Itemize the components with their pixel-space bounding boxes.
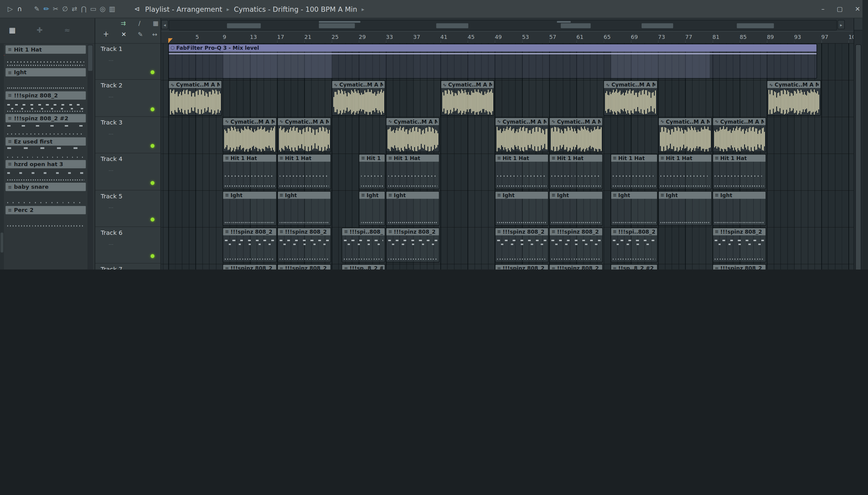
- pattern-clip[interactable]: ≡!!sp..8_2 #2: [610, 264, 657, 270]
- cut-tool-icon[interactable]: ✂: [51, 5, 60, 13]
- timeline-ruler[interactable]: 5913172125293337414549535761656973778185…: [161, 31, 853, 44]
- pattern-clip[interactable]: ≡Ight: [359, 191, 385, 226]
- multi-select-icon[interactable]: ⇉: [121, 20, 126, 27]
- audio-clip[interactable]: ∿Cymatic..M A Min: [495, 117, 549, 152]
- pattern-item[interactable]: ≡Hit 1 Hat: [5, 46, 86, 68]
- pattern-name-bar[interactable]: ≡Ez used first: [5, 137, 86, 146]
- pattern-clip[interactable]: ≡Ight: [495, 191, 549, 226]
- brush-tool-icon[interactable]: ✏: [41, 5, 51, 13]
- draw-tool-icon[interactable]: ✎: [138, 31, 143, 38]
- pattern-clip[interactable]: ≡!!!spi..808_2: [342, 227, 385, 262]
- playhead-marker-icon[interactable]: [168, 38, 173, 44]
- pattern-clip[interactable]: ≡Hit 1 Hat: [549, 154, 603, 189]
- pattern-clip[interactable]: ≡!!!spinz 808_2: [386, 227, 440, 262]
- audio-clip[interactable]: ∿Cymatic..M A Min: [331, 81, 385, 116]
- pattern-clip[interactable]: ≡!!!sp..8_2 #2: [342, 264, 385, 270]
- hscroll-left-button[interactable]: ◂: [161, 20, 168, 29]
- zoom-tool-icon[interactable]: ◎: [98, 5, 107, 13]
- audio-clip[interactable]: ∿Cymatic..M A Min: [658, 117, 712, 152]
- audio-clip[interactable]: ∿Cymatic..M A Min: [277, 117, 331, 152]
- pencil-tool-icon[interactable]: ✎: [32, 5, 41, 13]
- panel-left-scrollbar[interactable]: [0, 43, 4, 270]
- pattern-clip[interactable]: ≡!!!spi..808_2: [610, 227, 657, 262]
- pattern-clip[interactable]: ≡Hit 1 Hat: [658, 154, 712, 189]
- pattern-clip[interactable]: ≡Hit 1 Hat: [223, 154, 277, 189]
- pattern-clip[interactable]: ≡!!!spinz 808_2: [549, 227, 603, 262]
- pattern-item[interactable]: ≡!!!spinz 808_2 #2: [5, 114, 86, 137]
- pattern-clip[interactable]: ≡!!!spinz 808_2: [712, 227, 766, 262]
- audio-clip[interactable]: ∿Cymatic..M A Min: [767, 81, 821, 116]
- pattern-clip[interactable]: ≡Hit 1 Hat: [712, 154, 766, 189]
- audio-clip[interactable]: ∿Cymatic..M A Min: [223, 117, 277, 152]
- pattern-clip[interactable]: ≡!!!spinz 808_2 #2: [495, 264, 549, 270]
- pattern-clip[interactable]: ≡Hit 1 Hat: [386, 154, 440, 189]
- audio-clip[interactable]: ∿Cymatic..M A Min: [604, 81, 658, 116]
- track-mute-led[interactable]: [151, 181, 155, 185]
- pattern-clip[interactable]: ≡Hit 1 Hat: [610, 154, 657, 189]
- pattern-clip[interactable]: ≡!!!spinz 808_2 #2: [712, 264, 766, 270]
- piano-view-icon[interactable]: ▦: [9, 26, 16, 34]
- maximize-button[interactable]: ▢: [837, 5, 843, 13]
- track-row[interactable]: Track 1⋯: [95, 43, 161, 80]
- panel-left-scroll-thumb[interactable]: [1, 233, 3, 252]
- play-icon[interactable]: ▷: [5, 5, 15, 13]
- audio-clip[interactable]: ∿Cymatic..M A Min: [712, 117, 766, 152]
- vertical-scroll-thumb[interactable]: [855, 44, 861, 270]
- pattern-name-bar[interactable]: ≡hzrd open hat 3: [5, 160, 86, 169]
- add-pattern-icon[interactable]: ✚: [36, 26, 42, 34]
- pattern-clip[interactable]: ≡Ight: [549, 191, 603, 226]
- track-row[interactable]: Track 6⋯: [95, 227, 161, 264]
- delete-tool-icon[interactable]: ✕: [121, 31, 126, 38]
- pattern-name-bar[interactable]: ≡baby snare: [5, 183, 86, 191]
- pattern-clip[interactable]: ≡!!!spinz 808_2 #2: [277, 264, 331, 270]
- headphones-icon[interactable]: ∩: [15, 5, 24, 13]
- pattern-item[interactable]: ≡Ez used first: [5, 137, 86, 160]
- pattern-clip[interactable]: ≡!!!spinz 808_2: [495, 227, 549, 262]
- horizontal-zoom-icon[interactable]: ↔: [152, 31, 157, 38]
- pattern-name-bar[interactable]: ≡Perc 2: [5, 206, 86, 214]
- pattern-item[interactable]: ≡hzrd open hat 3: [5, 160, 86, 183]
- pattern-clip[interactable]: ≡Ight: [658, 191, 712, 226]
- close-button[interactable]: ✕: [855, 5, 861, 13]
- pattern-clip[interactable]: ≡!!!spinz 808_2 #2: [223, 264, 277, 270]
- select-tool-icon[interactable]: ▭: [89, 5, 98, 13]
- track-row[interactable]: Track 7⋯: [95, 264, 161, 270]
- wave-view-icon[interactable]: ≈: [64, 26, 70, 34]
- minimap[interactable]: [169, 20, 837, 31]
- track-row[interactable]: Track 4⋯: [95, 153, 161, 190]
- magnet-snap-icon[interactable]: ⋂: [79, 5, 89, 13]
- pattern-name-bar[interactable]: ≡Hit 1 Hat: [5, 46, 86, 54]
- track-mute-led[interactable]: [151, 70, 155, 74]
- grid-view-icon[interactable]: ▦: [153, 20, 158, 27]
- pattern-list-scrollbar[interactable]: [87, 44, 93, 270]
- mute-tool-icon[interactable]: ∅: [60, 5, 70, 13]
- audio-clip[interactable]: ∿Cymatic..M A Min: [440, 81, 494, 116]
- pattern-name-bar[interactable]: ≡!!!spinz 808_2: [5, 91, 86, 100]
- playlist-canvas[interactable]: ○FabFilter Pro-Q 3 - Mix level∿Cymatic..…: [161, 43, 853, 270]
- add-track-button[interactable]: +: [103, 30, 109, 38]
- minimize-button[interactable]: –: [821, 5, 824, 13]
- audio-clip[interactable]: ∿Cymatic..M A Min: [168, 81, 222, 116]
- track-row[interactable]: Track 3⋯: [95, 117, 161, 153]
- track-mute-led[interactable]: [151, 144, 155, 148]
- track-row[interactable]: Track 5⋯: [95, 190, 161, 227]
- track-mute-led[interactable]: [151, 218, 155, 222]
- pattern-clip[interactable]: ≡Ight: [712, 191, 766, 226]
- pattern-item[interactable]: ≡baby snare: [5, 183, 86, 206]
- audio-clip[interactable]: ∿Cymatic..M A Min: [549, 117, 603, 152]
- pattern-clip[interactable]: ≡Ight: [277, 191, 331, 226]
- pattern-clip[interactable]: ≡Ight: [610, 191, 657, 226]
- vertical-scrollbar[interactable]: ▾: [853, 18, 862, 270]
- audio-clip[interactable]: ∿Cymatic..M A Min: [386, 117, 440, 152]
- playback-meter-icon[interactable]: ▥: [107, 5, 117, 13]
- pattern-clip[interactable]: ≡Ight: [223, 191, 277, 226]
- pattern-item[interactable]: ≡!!!spinz 808_2: [5, 91, 86, 114]
- pattern-name-bar[interactable]: ≡!!!spinz 808_2 #2: [5, 114, 86, 123]
- pattern-clip[interactable]: ≡Ight: [386, 191, 440, 226]
- slip-edit-icon[interactable]: ∕: [138, 20, 140, 27]
- pattern-clip[interactable]: ≡Hit 1 Hat: [359, 154, 385, 189]
- slip-tool-icon[interactable]: ⇄: [70, 5, 79, 13]
- track-mute-led[interactable]: [151, 254, 155, 258]
- pattern-list-scroll-thumb[interactable]: [88, 46, 92, 71]
- track-mute-led[interactable]: [151, 107, 155, 111]
